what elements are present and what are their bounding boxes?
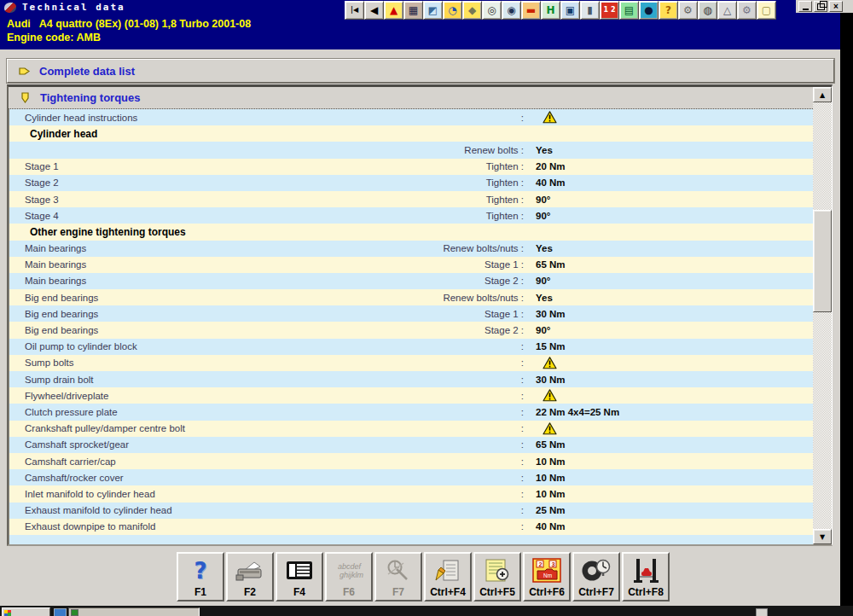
row-value: 65 Nm — [536, 439, 566, 450]
key-adjustments-icon-glyph: ◆ — [468, 5, 476, 15]
glossary-icon: abcdefghijklm — [334, 555, 364, 586]
scroll-up-button[interactable]: ▲ — [813, 87, 832, 102]
function-button-ctrl-f8[interactable]: Ctrl+F8 — [622, 552, 670, 601]
row-property: : — [116, 456, 524, 467]
function-key-label: Ctrl+F7 — [578, 586, 614, 598]
table-row: Crankshaft pulley/damper centre bolt: — [9, 421, 813, 437]
section-complete-data-list[interactable]: Complete data list — [7, 59, 834, 83]
function-key-label: F6 — [343, 586, 355, 598]
function-button-f1[interactable]: ?F1 — [177, 552, 224, 601]
key-adjustments-icon[interactable]: ◆ — [462, 1, 482, 20]
row-value-cell: 22 Nm 4x4=25 Nm — [524, 407, 813, 417]
engine-numbers-icon-glyph: 1 2 — [604, 7, 616, 14]
quick-launch-icon[interactable] — [54, 608, 67, 616]
row-property: Stage 1 : — [86, 259, 524, 270]
recalls-warning-icon[interactable]: ▲ — [384, 1, 403, 20]
warning-icon[interactable] — [543, 422, 557, 435]
wheel-tyre-icon[interactable]: ◎ — [482, 1, 502, 20]
scrollbar-thumb[interactable] — [813, 210, 832, 312]
gears-icon[interactable]: ⚙ — [678, 1, 698, 20]
row-property: : — [172, 505, 524, 515]
function-button-ctrl-f5[interactable]: Ctrl+F5 — [473, 552, 521, 601]
start-logo-icon — [4, 610, 11, 616]
window-controls: × — [796, 0, 853, 13]
gauges-icon-glyph: ◉ — [507, 5, 515, 15]
row-value: 90° — [536, 276, 550, 286]
gears-icon-glyph: ⚙ — [683, 5, 693, 15]
restore-button[interactable] — [814, 1, 827, 12]
taskbar-task-button[interactable] — [68, 607, 200, 616]
row-label: Main bearings — [9, 243, 86, 253]
vehicle-title: Audi A4 quattro (8Ex) (01-08) 1,8 Turbo … — [7, 18, 251, 30]
nav-first-icon[interactable]: |◀ — [345, 1, 364, 20]
row-label: Inlet manifold to cylinder head — [9, 489, 155, 499]
function-button-f7: F7 — [374, 552, 422, 601]
bodywork-icon[interactable]: ▬ — [521, 1, 541, 20]
row-property: : — [118, 407, 524, 417]
print-icon[interactable]: ▤ — [619, 1, 639, 20]
repair-tools-icon[interactable]: ◩ — [423, 1, 443, 20]
minimize-button[interactable] — [798, 1, 812, 12]
scroll-down-button[interactable]: ▼ — [813, 529, 832, 544]
row-property: : — [124, 473, 524, 483]
spark-plug-icon[interactable]: ▮ — [580, 1, 600, 20]
row-value: 15 Nm — [536, 341, 566, 352]
row-value-cell: 90° — [524, 325, 813, 335]
manuals-icon-glyph: ▦ — [409, 5, 418, 15]
gauges-icon[interactable]: ◉ — [502, 1, 521, 20]
section-tightening-torques[interactable]: Tightening torques — [9, 87, 813, 109]
screen: Technical data |◀◀▲▦◩◔◆◎◉▬H▣▮1 2▤●?⚙◍△⚙▢… — [0, 0, 853, 616]
help-car-icon[interactable]: ? — [659, 1, 678, 20]
torque-table: Cylinder head instructions:Cylinder head… — [9, 109, 813, 544]
notes-icon[interactable]: ▢ — [757, 1, 776, 20]
service-schedule-icon[interactable]: ◔ — [443, 1, 462, 20]
assembly-warning-icon[interactable]: △ — [717, 1, 737, 20]
row-value: 22 Nm 4x4=25 Nm — [536, 407, 619, 417]
nav-back-icon[interactable]: ◀ — [364, 1, 384, 20]
row-value: 90° — [536, 325, 550, 335]
truck-icon[interactable]: ▣ — [560, 1, 580, 20]
function-button-ctrl-f6[interactable]: 23NmCtrl+F6 — [523, 552, 571, 601]
notes-icon-glyph: ▢ — [762, 5, 771, 15]
manuals-icon[interactable]: ▦ — [403, 1, 423, 20]
start-button[interactable] — [2, 607, 50, 616]
row-label: Big end bearings — [9, 293, 98, 303]
svg-text:abcdef: abcdef — [338, 562, 363, 571]
function-button-ctrl-f4[interactable]: Ctrl+F4 — [424, 552, 472, 601]
vertical-scrollbar[interactable]: ▲ ▼ — [813, 87, 832, 544]
warning-icon[interactable] — [543, 389, 557, 402]
tyre-gauge-icon — [581, 555, 612, 586]
row-property: Tighten : — [59, 195, 524, 205]
row-value-cell: 15 Nm — [524, 341, 813, 352]
row-value-cell: 65 Nm — [524, 439, 813, 450]
transmission-icon[interactable]: ⚙ — [737, 1, 757, 20]
function-button-f4[interactable]: F4 — [276, 552, 323, 601]
function-button-f2[interactable]: F2 — [226, 552, 274, 601]
gauge-icon[interactable]: ◍ — [698, 1, 717, 20]
warning-icon[interactable] — [543, 111, 557, 124]
minimize-icon — [803, 9, 809, 10]
search-list-icon — [482, 555, 513, 586]
row-value: 10 Nm — [536, 456, 566, 467]
nav-back-icon-glyph: ◀ — [370, 5, 378, 15]
engine-numbers-icon[interactable]: 1 2 — [600, 1, 619, 20]
print-icon — [235, 555, 265, 586]
function-key-label: Ctrl+F6 — [529, 586, 565, 598]
bodywork-icon-glyph: ▬ — [526, 5, 536, 15]
tray-icon[interactable] — [756, 608, 768, 616]
row-property: Tighten : — [59, 177, 524, 188]
function-buttons: ?F1F2F4abcdefghijklmF6F7Ctrl+F4Ctrl+F523… — [177, 552, 670, 601]
diagnostic-car-icon[interactable]: ● — [639, 1, 659, 20]
restore-icon — [817, 3, 825, 10]
close-button[interactable]: × — [829, 1, 843, 12]
vehicle-hoist-icon[interactable]: H — [541, 1, 560, 20]
row-value: 10 Nm — [536, 489, 566, 499]
engine-code: Engine code: AMB — [7, 32, 101, 44]
row-property: : — [74, 357, 524, 368]
function-button-ctrl-f7[interactable]: Ctrl+F7 — [572, 552, 620, 601]
scrollbar-track[interactable] — [813, 102, 832, 529]
spark-plug-icon-glyph: ▮ — [587, 5, 593, 15]
warning-icon[interactable] — [543, 357, 557, 369]
row-label: Camshaft carrier/cap — [9, 456, 116, 467]
table-row: Main bearingsStage 2 :90° — [9, 273, 813, 289]
